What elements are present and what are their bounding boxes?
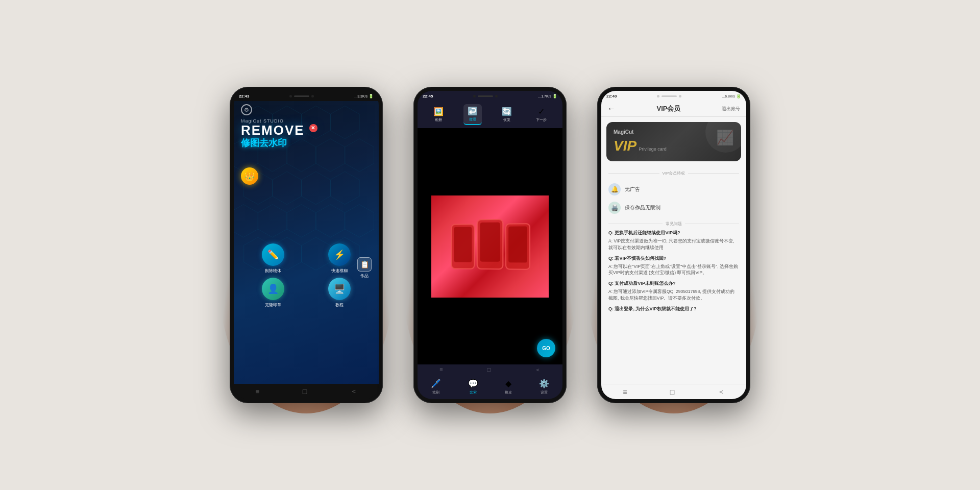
phone1-notch-center [289,95,314,97]
faq-item-1: Q: 更换手机后还能继续使用VIP吗? A: VIP按支付渠道做为唯一ID, 只… [608,230,739,251]
logout-button[interactable]: 退出账号 [722,106,740,112]
phone2-status-right: ...1.7K/s 🔋 [538,94,557,99]
trend-icon: 📈 [716,129,734,146]
phone3-nav: ≡ □ ＜ [601,384,746,399]
unlimited-save-text: 保存作品无限制 [625,204,660,211]
vip-card: MagiCut VIP Privilege card 📈 [606,122,741,161]
tool-label-tutorial: 教程 [335,302,344,308]
settings-icon[interactable]: ⚙ [241,104,252,115]
phone2-notch-center [473,95,498,97]
works-box: 📋 [357,257,372,272]
phone3-status-right: ...6.8K/s 🔋 [722,94,741,99]
nav-back[interactable]: ＜ [350,387,357,396]
divider-left [608,173,659,174]
p2-speaker [478,95,493,97]
phone3: 22:40 ...6.8K/s 🔋 ← VIP会员 退出账号 [597,87,750,403]
privilege-no-ads: 🔔 无广告 [608,180,739,199]
tool-remove-obj[interactable]: ✏️ 剔除物体 [242,243,304,274]
p3-speaker [662,95,677,97]
phone1-header: ⚙ [234,101,379,118]
next-icon: ✓ [538,107,545,116]
faq-divider: 常见问题 [608,221,739,227]
faq-section: 常见问题 Q: 更换手机后还能继续使用VIP吗? A: VIP按支付渠道做为唯一… [601,221,746,312]
phone3-header: ← VIP会员 退出账号 [601,101,746,117]
p3-nav-back[interactable]: ＜ [718,387,725,397]
p2-nav-menu[interactable]: ≡ [439,366,443,373]
p3-nav-menu[interactable]: ≡ [623,388,627,396]
settings2-icon: ⚙️ [539,379,549,388]
p2-nav-back[interactable]: ＜ [535,366,541,374]
canvas-image-content [431,195,549,298]
faq-a1: A: VIP按支付渠道做为唯一ID, 只要您的支付宝或微信账号不变, 就可以在有… [608,238,739,251]
faq-q4: Q: 退出登录, 为什么VIP权限就不能使用了? [608,306,739,312]
album-label: 相册 [435,117,442,122]
tool-icon-clone: 👤 [262,278,284,300]
toolbar-redo[interactable]: 🔄 恢复 [498,105,516,125]
tool-icon-tutorial: 🖥️ [328,278,351,300]
tool-clone[interactable]: 👤 克隆印章 [242,278,304,308]
nav-home[interactable]: □ [303,387,307,396]
p3-cam1 [657,95,659,97]
mock-screen-3 [508,226,527,262]
mock-phone-1 [451,224,475,269]
undo-icon: ↩️ [468,106,478,116]
phone1-signal: ...3.3K/s [354,94,368,98]
remove-title: REMOVE ✕ [241,124,372,137]
phone2-screen: 22:45 ...1.7K/s 🔋 🖼️ 相册 ↩️ [418,91,562,399]
tool-settings[interactable]: ⚙️ 设置 [539,379,549,395]
phone1-title-area: MagiCut STUDIO REMOVE ✕ 修图去水印 [234,118,379,152]
mock-phone-3 [505,223,530,270]
phone2-signal: ...1.7K/s [538,94,551,98]
mock-screen-2 [480,222,500,261]
tool-tutorial[interactable]: 🖥️ 教程 [308,278,371,308]
phone3-notch-center [657,95,681,97]
tool-icon-blur: ⚡ [328,243,351,266]
nav-menu[interactable]: ≡ [255,387,259,396]
phone1-status-bar: 22:43 ...3.3K/s 🔋 [234,91,379,101]
p2-nav-home[interactable]: □ [487,366,491,373]
brush-label: 笔刷 [432,390,439,395]
tool-eraser[interactable]: ◆ 橡皮 [505,379,512,395]
p3-cam2 [679,95,681,97]
eraser-label: 橡皮 [505,390,512,395]
privileges-divider: VIP会员特权 [608,170,739,176]
phone2: 22:45 ...1.7K/s 🔋 🖼️ 相册 ↩️ [413,87,567,403]
phone2-time: 22:45 [423,94,433,99]
mock-phone-2 [477,218,504,270]
p2-battery: 🔋 [552,94,557,99]
camera-dot1 [289,95,292,97]
tool-brush[interactable]: 🖊️ 笔刷 [431,379,441,395]
crown-icon[interactable]: 👑 [241,167,258,185]
shuitu-label: 修图去水印 [241,137,372,149]
toolbar-album[interactable]: 🖼️ 相册 [429,105,448,125]
p2-cam1 [473,95,476,97]
faq-item-2: Q: 若VIP不慎丢失如何找回? A: 您可以在"VIP页面"右上角或"设置"中… [608,255,739,277]
privilege-unlimited-save: 🖨️ 保存作品无限制 [608,199,739,217]
redo-icon: 🔄 [502,107,512,116]
vip-text: VIP [614,138,636,154]
faq-q2: Q: 若VIP不慎丢失如何找回? [608,255,739,262]
vip-badge: VIP Privilege card [614,138,734,154]
tool-lasso[interactable]: 💬 套索 [468,379,478,395]
phone3-wrapper: 22:40 ...6.8K/s 🔋 ← VIP会员 退出账号 [597,87,750,403]
phone1-main: ⚙ MagiCut STUDIO REMOVE ✕ 修图去水印 👑 📋 [234,101,379,384]
works-icon[interactable]: 📋 作品 [357,257,372,279]
back-button[interactable]: ← [607,104,616,113]
phone2-bottom-bar: ≡ □ ＜ [418,364,562,375]
eraser-icon: ◆ [505,379,511,388]
brush-icon: 🖊️ [431,379,441,388]
lasso-label: 套索 [470,390,477,395]
go-button[interactable]: GO [537,339,555,357]
phone2-wrapper: 22:45 ...1.7K/s 🔋 🖼️ 相册 ↩️ [413,87,567,403]
privileges-section-label: VIP会员特权 [663,170,685,176]
next-label: 下一步 [536,117,547,122]
vip-page-title: VIP会员 [657,104,681,113]
editor-canvas[interactable]: GO [418,128,562,364]
toolbar-next[interactable]: ✓ 下一步 [532,105,551,125]
toolbar-undo[interactable]: ↩️ 撤退 [463,104,482,125]
phone1-status-right: ...3.3K/s 🔋 [354,94,374,99]
p3-nav-home[interactable]: □ [670,388,674,396]
mock-phones-display [451,223,530,270]
redo-label: 恢复 [503,117,510,122]
undo-label: 撤退 [469,117,476,122]
